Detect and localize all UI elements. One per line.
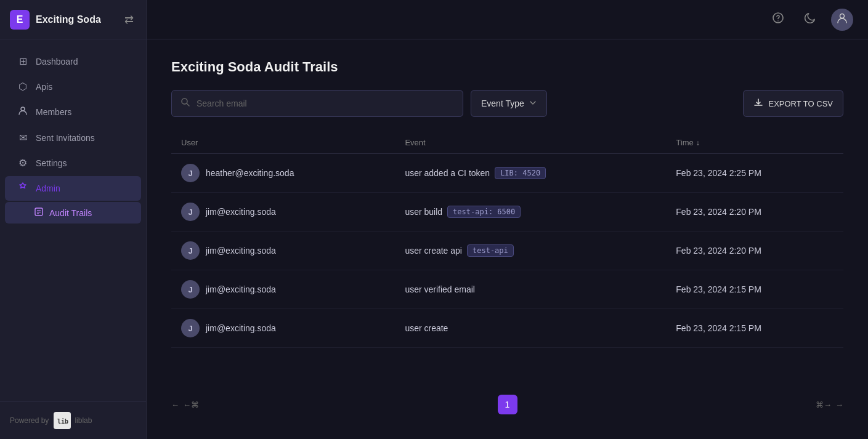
help-button[interactable] (767, 9, 789, 31)
sidebar-sub-item-label: Audit Trails (49, 208, 92, 218)
col-event: Event (395, 132, 666, 154)
topbar (147, 0, 868, 39)
pagination-current-page[interactable]: 1 (498, 395, 517, 414)
event-text: user build (405, 207, 442, 217)
user-cell: J jim@exciting.soda (171, 270, 395, 309)
main-content: Exciting Soda Audit Trails Event Type (147, 0, 868, 439)
chevron-down-icon (529, 99, 537, 108)
export-label: EXPORT TO CSV (768, 99, 833, 108)
sidebar-item-settings[interactable]: ⚙ Settings (5, 151, 141, 175)
prev-icon: ← (171, 400, 179, 409)
help-icon (772, 12, 784, 27)
table-header: User Event Time ↓ (171, 132, 843, 154)
user-avatar-button[interactable] (831, 9, 853, 31)
event-badge: test-api (467, 244, 514, 257)
user-email: heather@exciting.soda (206, 168, 294, 178)
apis-icon: ⬡ (17, 81, 28, 92)
table-row: J jim@exciting.soda user buildtest-api: … (171, 193, 843, 232)
audit-table: User Event Time ↓ (171, 132, 843, 348)
audit-table-container: User Event Time ↓ (171, 132, 843, 370)
svg-point-8 (777, 20, 779, 22)
user-cell: J jim@exciting.soda (171, 232, 395, 270)
table-row: J jim@exciting.soda user create apitest-… (171, 232, 843, 270)
collapse-icon: ⇄ (124, 13, 134, 26)
sidebar-item-label: Admin (36, 183, 60, 193)
sidebar-nav: ⊞ Dashboard ⬡ Apis Members ✉ Sent Invita… (0, 39, 146, 401)
sidebar-item-label: Sent Invitations (36, 133, 95, 143)
table-row: J jim@exciting.soda user verified emailF… (171, 270, 843, 309)
sidebar-item-members[interactable]: Members (5, 100, 141, 124)
audit-trails-icon (34, 207, 43, 218)
sidebar-item-label: Settings (36, 158, 67, 168)
sort-icon: ↓ (696, 139, 700, 147)
toolbar: Event Type EXPORT TO CSV (171, 90, 843, 117)
search-icon (180, 97, 190, 110)
app-name: Exciting Soda (36, 14, 101, 25)
members-icon (17, 106, 28, 118)
sidebar-footer: Powered by lib liblab (0, 401, 146, 439)
content-area: Exciting Soda Audit Trails Event Type (147, 39, 868, 439)
event-cell: user added a CI tokenLIB: 4520 (395, 154, 666, 193)
user-cell: J jim@exciting.soda (171, 193, 395, 232)
time-cell: Feb 23, 2024 2:15 PM (666, 270, 843, 309)
export-csv-button[interactable]: EXPORT TO CSV (743, 90, 843, 117)
download-icon (753, 98, 763, 110)
time-cell: Feb 23, 2024 2:20 PM (666, 193, 843, 232)
user-avatar: J (181, 164, 200, 182)
user-avatar: J (181, 241, 200, 260)
table-row: J jim@exciting.soda user createFeb 23, 2… (171, 309, 843, 348)
user-avatar: J (181, 280, 200, 299)
liblab-logo: lib liblab (54, 412, 92, 429)
svg-point-0 (21, 107, 25, 111)
pagination-next[interactable]: ⌘→ → (816, 400, 843, 409)
sidebar-item-sent-invitations[interactable]: ✉ Sent Invitations (5, 126, 141, 150)
sent-invitations-icon: ✉ (17, 132, 28, 143)
search-input[interactable] (197, 99, 454, 108)
sidebar-item-dashboard[interactable]: ⊞ Dashboard (5, 49, 141, 73)
time-cell: Feb 23, 2024 2:20 PM (666, 232, 843, 270)
theme-toggle-button[interactable] (799, 9, 821, 31)
event-badge: test-api: 6500 (447, 206, 521, 218)
user-cell: J jim@exciting.soda (171, 309, 395, 348)
user-avatar: J (181, 203, 200, 221)
user-email: jim@exciting.soda (206, 284, 276, 294)
event-text: user create (405, 323, 448, 333)
event-type-label: Event Type (481, 99, 524, 108)
sidebar-item-label: Dashboard (36, 57, 78, 66)
time-cell: Feb 23, 2024 2:15 PM (666, 309, 843, 348)
sidebar-collapse-button[interactable]: ⇄ (122, 10, 136, 29)
event-cell: user create (395, 309, 666, 348)
page-title: Exciting Soda Audit Trails (171, 59, 843, 75)
sidebar-item-admin[interactable]: Admin (5, 176, 141, 201)
pagination: ← ←⌘ 1 ⌘→ → (171, 385, 843, 419)
admin-icon (17, 182, 28, 195)
user-email: jim@exciting.soda (206, 323, 276, 333)
user-email: jim@exciting.soda (206, 246, 276, 256)
sidebar-item-label: Members (36, 107, 71, 117)
event-text: user verified email (405, 284, 475, 294)
time-cell: Feb 23, 2024 2:25 PM (666, 154, 843, 193)
app-logo: E (10, 10, 30, 30)
dashboard-icon: ⊞ (17, 55, 28, 67)
next-icon: → (835, 400, 843, 409)
settings-icon: ⚙ (17, 157, 28, 169)
sidebar-item-label: Apis (36, 82, 52, 92)
moon-icon (804, 12, 816, 27)
event-cell: user buildtest-api: 6500 (395, 193, 666, 232)
user-email: jim@exciting.soda (206, 207, 276, 217)
sidebar-item-audit-trails[interactable]: Audit Trails (5, 202, 141, 224)
table-row: J heather@exciting.soda user added a CI … (171, 154, 843, 193)
col-user: User (171, 132, 395, 154)
sidebar-header: E Exciting Soda ⇄ (0, 0, 146, 39)
user-avatar: J (181, 319, 200, 337)
svg-point-9 (840, 14, 845, 18)
col-time[interactable]: Time ↓ (666, 132, 843, 154)
event-cell: user verified email (395, 270, 666, 309)
event-text: user create api (405, 246, 462, 256)
table-body: J heather@exciting.soda user added a CI … (171, 154, 843, 348)
search-box (171, 90, 463, 117)
pagination-prev[interactable]: ← ←⌘ (171, 400, 199, 409)
svg-text:lib: lib (57, 418, 68, 425)
sidebar-item-apis[interactable]: ⬡ Apis (5, 75, 141, 99)
event-type-filter[interactable]: Event Type (471, 90, 547, 117)
